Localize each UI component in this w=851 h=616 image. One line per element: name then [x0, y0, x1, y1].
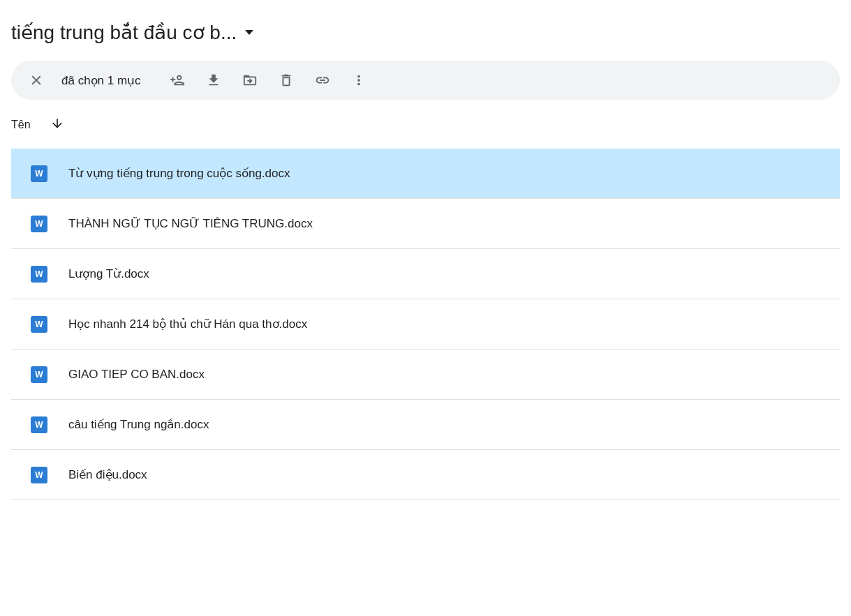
- file-row[interactable]: WTừ vựng tiếng trung trong cuộc sống.doc…: [11, 149, 840, 199]
- folder-title[interactable]: tiếng trung bắt đầu cơ b...: [11, 21, 237, 44]
- word-doc-icon: W: [31, 366, 47, 383]
- link-icon: [315, 73, 330, 88]
- word-doc-icon: W: [31, 165, 47, 182]
- word-doc-icon: W: [31, 316, 47, 333]
- move-button[interactable]: [236, 66, 264, 94]
- file-row[interactable]: WTHÀNH NGỮ TỤC NGỮ TIÊNG TRUNG.docx: [11, 199, 840, 249]
- file-name: Biến điệu.docx: [68, 467, 147, 482]
- selection-count-text: đã chọn 1 mục: [61, 73, 141, 88]
- file-list: WTừ vựng tiếng trung trong cuộc sống.doc…: [11, 149, 840, 500]
- close-button[interactable]: [22, 66, 50, 94]
- person-add-icon: [170, 73, 185, 88]
- folder-move-icon: [242, 73, 258, 88]
- download-icon: [206, 73, 221, 88]
- file-name: THÀNH NGỮ TỤC NGỮ TIÊNG TRUNG.docx: [68, 216, 313, 231]
- column-header-row: Tên: [11, 100, 840, 143]
- link-button[interactable]: [309, 66, 336, 94]
- close-icon: [29, 73, 44, 88]
- file-name: Từ vựng tiếng trung trong cuộc sống.docx: [68, 166, 290, 181]
- more-button[interactable]: [345, 66, 373, 94]
- word-doc-icon: W: [31, 266, 47, 283]
- column-name-header[interactable]: Tên: [11, 119, 31, 131]
- delete-button[interactable]: [272, 66, 300, 94]
- file-row[interactable]: WBiến điệu.docx: [11, 450, 840, 500]
- file-name: Học nhanh 214 bộ thủ chữ Hán qua thơ.doc…: [68, 317, 307, 331]
- file-row[interactable]: WHọc nhanh 214 bộ thủ chữ Hán qua thơ.do…: [11, 299, 840, 350]
- more-vert-icon: [351, 73, 367, 88]
- file-row[interactable]: Wcâu tiếng Trung ngắn.docx: [11, 400, 840, 450]
- sort-button[interactable]: [50, 117, 64, 133]
- file-name: GIAO TIEP CO BAN.docx: [68, 368, 205, 382]
- selection-toolbar: đã chọn 1 mục: [11, 61, 840, 100]
- arrow-down-icon: [50, 117, 64, 130]
- file-name: câu tiếng Trung ngắn.docx: [68, 417, 209, 432]
- trash-icon: [279, 73, 294, 88]
- file-row[interactable]: WLượng Từ.docx: [11, 249, 840, 299]
- file-row[interactable]: WGIAO TIEP CO BAN.docx: [11, 350, 840, 400]
- word-doc-icon: W: [31, 467, 47, 483]
- word-doc-icon: W: [31, 416, 47, 433]
- file-name: Lượng Từ.docx: [68, 266, 149, 281]
- word-doc-icon: W: [31, 216, 47, 232]
- caret-down-icon[interactable]: [245, 30, 253, 35]
- share-button[interactable]: [163, 66, 191, 94]
- download-button[interactable]: [200, 66, 228, 94]
- folder-header: tiếng trung bắt đầu cơ b...: [11, 11, 840, 61]
